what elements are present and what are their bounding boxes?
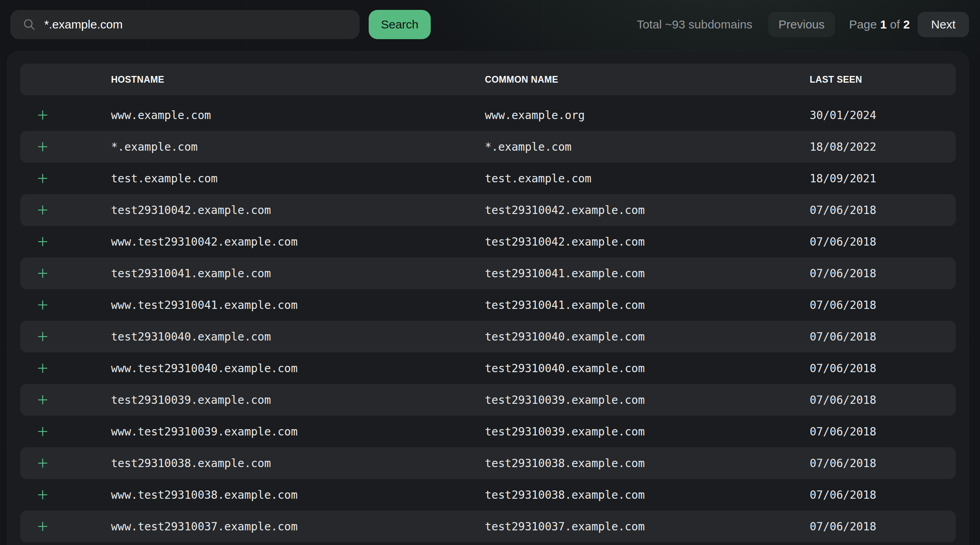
last-seen-cell: 07/06/2018 [810, 425, 956, 438]
common-name-cell: test29310041.example.com [485, 267, 810, 280]
last-seen-cell: 07/06/2018 [810, 520, 956, 533]
last-seen-cell: 30/01/2024 [810, 109, 956, 122]
expand-row-button[interactable] [20, 173, 111, 184]
last-seen-cell: 07/06/2018 [810, 362, 956, 375]
table-row: test29310040.example.com test29310040.ex… [20, 321, 956, 352]
table-row: www.test29310041.example.com test2931004… [20, 289, 956, 321]
expand-row-button[interactable] [20, 268, 111, 278]
plus-icon [38, 237, 48, 247]
last-seen-cell: 07/06/2018 [810, 204, 956, 217]
pagination-bar: Total ~93 subdomains Previous Page 1 of … [637, 12, 969, 37]
plus-icon [38, 490, 48, 500]
last-seen-cell: 07/06/2018 [810, 330, 956, 343]
search-icon [23, 18, 36, 31]
plus-icon [38, 363, 48, 373]
table-row: www.example.com www.example.org 30/01/20… [20, 99, 956, 131]
table-row: www.test29310042.example.com test2931004… [20, 226, 956, 257]
search-box[interactable] [10, 10, 360, 39]
table-row: *.example.com *.example.com 18/08/2022 [20, 131, 956, 163]
last-seen-cell: 07/06/2018 [810, 267, 956, 280]
common-name-cell: test29310039.example.com [485, 425, 810, 438]
table-row: www.test29310037.example.com test2931003… [20, 511, 956, 542]
hostname-cell: www.test29310037.example.com [111, 520, 485, 533]
common-name-cell: test29310038.example.com [485, 457, 810, 470]
hostname-cell: test29310038.example.com [111, 457, 485, 470]
plus-icon [38, 110, 48, 120]
page-total: 2 [903, 18, 910, 31]
column-header-last-seen: LAST SEEN [810, 74, 956, 85]
expand-row-button[interactable] [20, 490, 111, 500]
search-input[interactable] [36, 10, 360, 39]
total-subdomains-text: Total ~93 subdomains [637, 18, 752, 31]
expand-row-button[interactable] [20, 300, 111, 310]
table-row: test29310039.example.com test29310039.ex… [20, 384, 956, 416]
last-seen-cell: 07/06/2018 [810, 457, 956, 470]
table-row: www.test29310039.example.com test2931003… [20, 416, 956, 447]
hostname-cell: test29310040.example.com [111, 330, 485, 343]
expand-row-button[interactable] [20, 426, 111, 437]
plus-icon [38, 300, 48, 310]
common-name-cell: *.example.com [485, 140, 810, 153]
hostname-cell: test29310041.example.com [111, 267, 485, 280]
plus-icon [38, 205, 48, 215]
table-row: test29310042.example.com test29310042.ex… [20, 194, 956, 226]
last-seen-cell: 07/06/2018 [810, 488, 956, 501]
page-of-label: of [890, 18, 900, 31]
expand-row-button[interactable] [20, 110, 111, 120]
last-seen-cell: 07/06/2018 [810, 299, 956, 312]
common-name-cell: test29310038.example.com [485, 488, 810, 501]
plus-icon [38, 395, 48, 405]
table-row: www.test29310038.example.com test2931003… [20, 479, 956, 511]
hostname-cell: www.test29310040.example.com [111, 362, 485, 375]
page-indicator: Page 1 of 2 [849, 18, 910, 31]
expand-row-button[interactable] [20, 331, 111, 342]
hostname-cell: www.example.com [111, 109, 485, 122]
hostname-cell: test.example.com [111, 172, 485, 185]
table-header-row: HOSTNAME COMMON NAME LAST SEEN [20, 64, 956, 95]
plus-icon [38, 426, 48, 437]
page-label: Page [849, 18, 877, 31]
common-name-cell: test29310040.example.com [485, 362, 810, 375]
common-name-cell: www.example.org [485, 109, 810, 122]
common-name-cell: test29310040.example.com [485, 330, 810, 343]
expand-row-button[interactable] [20, 237, 111, 247]
last-seen-cell: 18/08/2022 [810, 140, 956, 153]
page-current: 1 [880, 18, 887, 31]
plus-icon [38, 268, 48, 278]
common-name-cell: test29310042.example.com [485, 235, 810, 248]
hostname-cell: www.test29310039.example.com [111, 425, 485, 438]
common-name-cell: test29310041.example.com [485, 299, 810, 312]
common-name-cell: test.example.com [485, 172, 810, 185]
column-header-common-name: COMMON NAME [485, 74, 810, 85]
top-bar: Search Total ~93 subdomains Previous Pag… [0, 0, 980, 39]
common-name-cell: test29310042.example.com [485, 204, 810, 217]
results-card: HOSTNAME COMMON NAME LAST SEEN www.examp… [7, 51, 969, 545]
next-page-button[interactable]: Next [918, 12, 969, 37]
last-seen-cell: 18/09/2021 [810, 172, 956, 185]
hostname-cell: test29310042.example.com [111, 204, 485, 217]
table-body: www.example.com www.example.org 30/01/20… [20, 99, 956, 542]
expand-row-button[interactable] [20, 395, 111, 405]
last-seen-cell: 07/06/2018 [810, 235, 956, 248]
plus-icon [38, 142, 48, 152]
expand-row-button[interactable] [20, 142, 111, 152]
table-row: test29310041.example.com test29310041.ex… [20, 257, 956, 289]
previous-page-button[interactable]: Previous [768, 12, 835, 37]
expand-row-button[interactable] [20, 458, 111, 468]
last-seen-cell: 07/06/2018 [810, 394, 956, 407]
plus-icon [38, 521, 48, 532]
hostname-cell: www.test29310038.example.com [111, 488, 485, 501]
column-header-hostname: HOSTNAME [111, 74, 485, 85]
expand-row-button[interactable] [20, 205, 111, 215]
expand-row-button[interactable] [20, 521, 111, 532]
plus-icon [38, 331, 48, 342]
common-name-cell: test29310039.example.com [485, 394, 810, 407]
expand-row-button[interactable] [20, 363, 111, 373]
hostname-cell: www.test29310041.example.com [111, 299, 485, 312]
hostname-cell: *.example.com [111, 140, 485, 153]
plus-icon [38, 458, 48, 468]
search-button[interactable]: Search [369, 10, 431, 39]
table-row: test29310038.example.com test29310038.ex… [20, 447, 956, 479]
plus-icon [38, 173, 48, 184]
table-row: www.test29310040.example.com test2931004… [20, 352, 956, 384]
